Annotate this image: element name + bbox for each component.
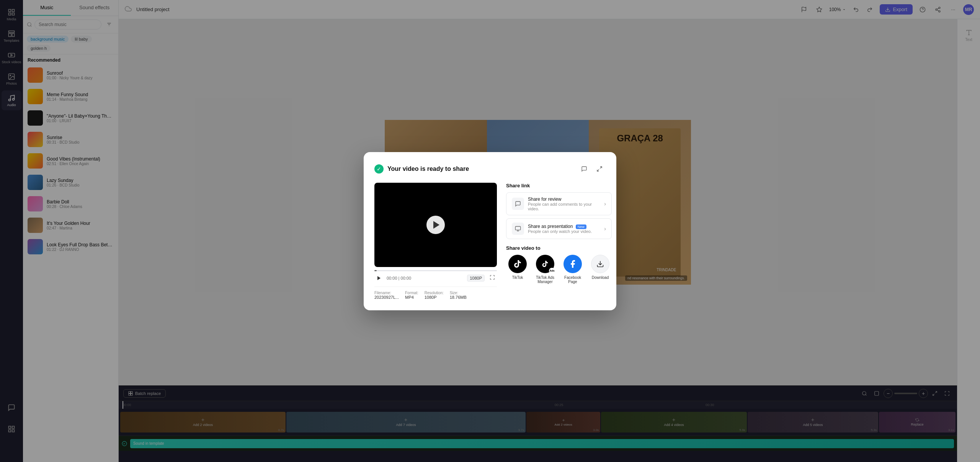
share-review-title: Share for review: [528, 197, 600, 202]
share-video-to-title: Share video to: [506, 245, 612, 251]
share-review-desc: People can add comments to your video.: [528, 202, 600, 211]
file-info: Filename: 20230927L... Format: MP4 Resol…: [374, 287, 497, 300]
social-facebook[interactable]: Facebook Page: [561, 255, 584, 284]
tiktok-ads-icon: [541, 260, 549, 268]
share-presentation-title: Share as presentation New: [528, 224, 600, 229]
modal-body: 00:00 | 00:00 1080P Filename: 20230927L.…: [374, 183, 606, 300]
social-icons: TikTok Ads TikTok Ads Manager: [506, 255, 612, 284]
expand-icon: [596, 166, 603, 172]
play-icon: [376, 275, 382, 281]
social-tiktok[interactable]: TikTok: [506, 255, 529, 284]
video-controls: 00:00 | 00:00 1080P: [374, 270, 497, 283]
time-display: 00:00 | 00:00: [387, 276, 411, 280]
comment-icon: [581, 166, 587, 172]
tiktok-icon-circle: [508, 255, 527, 273]
video-preview: 00:00 | 00:00 1080P Filename: 20230927L.…: [374, 183, 497, 300]
play-triangle-icon: [433, 221, 439, 229]
share-link-title: Share link: [506, 183, 612, 188]
share-presentation-option[interactable]: Share as presentation New People can onl…: [506, 218, 612, 239]
modal-header: ✓ Your video is ready to share: [374, 163, 606, 175]
file-info-size: Size: 18.76MB: [450, 291, 467, 300]
ready-icon: ✓: [374, 164, 384, 174]
share-modal: ✓ Your video is ready to share: [364, 152, 616, 310]
progress-fill: [374, 270, 377, 271]
file-info-resolution: Resolution: 1080P: [425, 291, 444, 300]
download-icon-circle: [591, 255, 609, 273]
tiktok-ads-label: TikTok Ads Manager: [534, 275, 557, 284]
file-info-format: Format: MP4: [405, 291, 418, 300]
presentation-icon: [515, 226, 521, 232]
share-review-chevron: ›: [604, 201, 606, 207]
social-tiktok-ads[interactable]: Ads TikTok Ads Manager: [534, 255, 557, 284]
svg-marker-54: [377, 276, 381, 280]
comment-bubble-icon: [515, 201, 521, 207]
modal-overlay[interactable]: ✓ Your video is ready to share: [0, 0, 980, 462]
share-presentation-desc: People can only watch your video.: [528, 229, 600, 234]
video-player[interactable]: [374, 183, 497, 267]
share-review-icon: [512, 198, 524, 210]
modal-title: Your video is ready to share: [387, 165, 469, 172]
tiktok-label: TikTok: [512, 275, 523, 280]
modal-expand-button[interactable]: [593, 163, 606, 175]
video-play-button[interactable]: [374, 274, 384, 283]
file-info-filename: Filename: 20230927L...: [374, 291, 399, 300]
svg-line-52: [600, 167, 602, 169]
svg-rect-55: [515, 226, 520, 230]
fullscreen-icon: [490, 275, 495, 280]
tiktok-icon: [513, 259, 522, 269]
video-controls-row: 00:00 | 00:00 1080P: [374, 274, 497, 283]
facebook-icon: [568, 259, 577, 269]
svg-line-53: [597, 169, 599, 171]
new-badge: New: [576, 224, 586, 229]
modal-comment-button[interactable]: [578, 163, 590, 175]
facebook-icon-circle: [564, 255, 582, 273]
quality-badge[interactable]: 1080P: [467, 275, 485, 282]
video-fullscreen-button[interactable]: [488, 274, 497, 283]
tiktok-ads-icon-circle: Ads: [536, 255, 554, 273]
share-panel: Share link Share for review People can a…: [506, 183, 612, 300]
share-presentation-chevron: ›: [604, 226, 606, 232]
facebook-label: Facebook Page: [561, 275, 584, 284]
ads-badge: Ads: [549, 268, 555, 274]
share-for-review-option[interactable]: Share for review People can add comments…: [506, 192, 612, 215]
download-icon: [596, 260, 604, 268]
progress-bar[interactable]: [374, 270, 497, 271]
play-button[interactable]: [426, 216, 445, 234]
social-download[interactable]: Download: [589, 255, 612, 284]
download-label: Download: [592, 275, 609, 280]
modal-header-actions: [578, 163, 606, 175]
share-presentation-icon: [512, 223, 524, 235]
